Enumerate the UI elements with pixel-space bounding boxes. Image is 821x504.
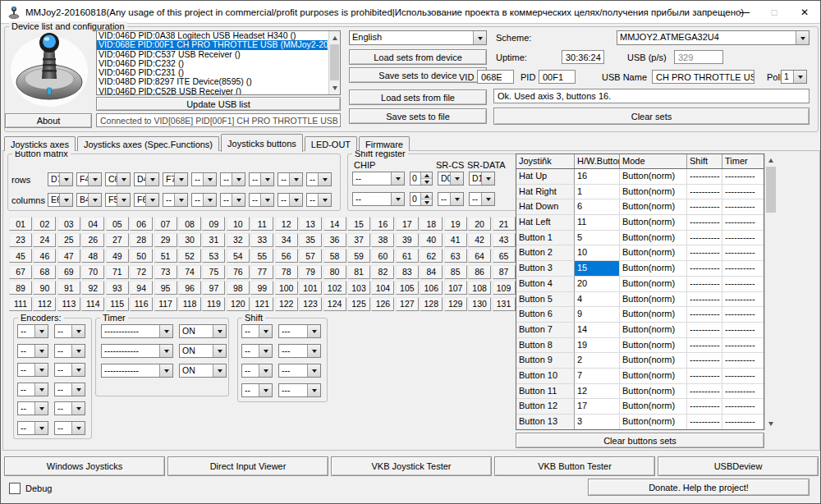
usb-name-field[interactable]: CH PRO THROTTLE USB (652, 70, 754, 84)
language-dropdown[interactable]: English (349, 30, 487, 45)
col-hw-button[interactable]: H/W.Button (575, 154, 620, 168)
cell-hw-button[interactable]: 3 (575, 415, 620, 430)
cell-mode[interactable]: Button(norm) (620, 185, 687, 200)
cell-hw-button[interactable]: 11 (575, 215, 620, 231)
hw-button[interactable]: 104 (371, 281, 394, 295)
cell-joystick[interactable]: Button 2 (516, 245, 575, 261)
cell-shift[interactable]: ---------- (687, 399, 722, 415)
timer-source-dropdown[interactable]: ------------ (101, 344, 173, 358)
hw-button[interactable]: 81 (347, 265, 370, 279)
cell-shift[interactable]: ---------- (687, 307, 722, 323)
cell-timer[interactable]: ---------- (722, 245, 764, 261)
hw-button[interactable]: 23 (9, 233, 32, 247)
hw-button[interactable]: 14 (323, 217, 346, 231)
hw-button[interactable]: 125 (347, 297, 370, 311)
hw-button[interactable]: 131 (493, 297, 516, 311)
hw-button[interactable]: 75 (202, 265, 225, 279)
hw-button[interactable]: 79 (299, 265, 322, 279)
cell-mode[interactable]: Button(norm) (620, 384, 687, 400)
device-list-item[interactable]: VID:046D PID:C232 () (97, 59, 328, 68)
cell-joystick[interactable]: Button 8 (516, 338, 575, 354)
shift-a-dropdown[interactable]: -- (241, 364, 273, 378)
hw-button[interactable]: 96 (178, 281, 201, 295)
tab-item[interactable]: Joysticks buttons (221, 134, 303, 152)
matrix-column-pin-dropdown[interactable]: -- (191, 193, 217, 207)
hw-button[interactable]: 58 (323, 249, 346, 263)
hw-button[interactable]: 17 (396, 217, 419, 231)
cell-hw-button[interactable]: 20 (575, 277, 620, 292)
hw-button[interactable]: 47 (57, 249, 80, 263)
cell-hw-button[interactable]: 19 (575, 338, 620, 354)
col-timer[interactable]: Timer (722, 154, 765, 168)
shift-b-dropdown[interactable]: --- (278, 344, 321, 358)
cell-mode[interactable]: Button(norm) (620, 261, 687, 277)
about-button[interactable]: About (5, 113, 92, 128)
hw-button[interactable]: 101 (299, 281, 322, 295)
hw-button[interactable]: 114 (81, 297, 104, 311)
cell-mode[interactable]: Button(norm) (620, 415, 687, 430)
cell-mode[interactable]: Button(norm) (620, 292, 687, 308)
hw-button[interactable]: 51 (154, 249, 177, 263)
hw-button[interactable]: 76 (227, 265, 250, 279)
matrix-column-pin-dropdown[interactable]: -- (220, 193, 245, 207)
timer-state-dropdown[interactable]: ON (179, 364, 227, 378)
encoder-b-dropdown[interactable]: -- (54, 363, 85, 377)
shift-b-dropdown[interactable]: --- (278, 383, 321, 397)
pid-field[interactable]: 00F1 (539, 70, 576, 84)
cell-timer[interactable]: ---------- (722, 215, 764, 231)
hw-button[interactable]: 41 (444, 233, 467, 247)
cell-mode[interactable]: Button(norm) (620, 399, 687, 415)
cell-shift[interactable]: ---------- (687, 323, 722, 338)
cell-hw-button[interactable]: 16 (575, 169, 620, 185)
hw-button[interactable]: 72 (130, 265, 153, 279)
hw-button[interactable]: 49 (106, 249, 129, 263)
hw-button[interactable]: 118 (178, 297, 201, 311)
hw-button[interactable]: 82 (371, 265, 394, 279)
cell-shift[interactable]: ---------- (687, 384, 722, 400)
shift-b-dropdown[interactable]: --- (278, 324, 321, 338)
cell-joystick[interactable]: Button 9 (516, 353, 575, 369)
hw-button[interactable]: 90 (33, 281, 56, 295)
hw-button[interactable]: 97 (202, 281, 225, 295)
cell-mode[interactable]: Button(norm) (620, 169, 687, 185)
encoder-a-dropdown[interactable]: -- (17, 421, 48, 435)
encoder-a-dropdown[interactable]: -- (17, 363, 48, 377)
sr-data-dropdown[interactable]: D1 (469, 172, 495, 186)
hw-button[interactable]: 55 (250, 249, 273, 263)
hw-button[interactable]: 32 (227, 233, 250, 247)
hw-button[interactable]: 42 (468, 233, 491, 247)
hw-button[interactable]: 07 (154, 217, 177, 231)
hw-button[interactable]: 124 (323, 297, 346, 311)
minimize-button[interactable]: — (730, 1, 759, 23)
close-button[interactable]: ✕ (789, 1, 820, 23)
timer-state-dropdown[interactable]: ON (179, 324, 227, 338)
hw-button[interactable]: 31 (202, 233, 225, 247)
matrix-row-pin-dropdown[interactable]: F7 (163, 172, 188, 186)
hw-button[interactable]: 121 (250, 297, 273, 311)
cell-shift[interactable]: ---------- (687, 277, 722, 292)
cell-joystick[interactable]: Button 13 (516, 415, 575, 430)
scrollbar-thumb[interactable] (766, 167, 776, 213)
hw-button[interactable]: 116 (130, 297, 153, 311)
cell-timer[interactable]: ---------- (722, 277, 764, 292)
device-list-item[interactable]: VID:048D PID:8297 ITE Device(8595) () (97, 77, 328, 86)
cell-mode[interactable]: Button(norm) (620, 231, 687, 246)
cell-timer[interactable]: ---------- (722, 323, 764, 338)
cell-shift[interactable]: ---------- (687, 169, 722, 185)
hw-button[interactable]: 01 (9, 217, 32, 231)
save-sets-to-file-button[interactable]: Save sets to file (349, 108, 487, 124)
debug-checkbox[interactable] (9, 483, 21, 494)
matrix-row-pin-dropdown[interactable]: -- (249, 172, 274, 186)
device-list-item[interactable]: VID:046D PID:C52B USB Receiver () (97, 87, 328, 95)
hw-button[interactable]: 24 (33, 233, 56, 247)
cell-hw-button[interactable]: 7 (575, 369, 620, 384)
hw-button[interactable]: 20 (468, 217, 491, 231)
cell-shift[interactable]: ---------- (687, 215, 722, 231)
cell-mode[interactable]: Button(norm) (620, 277, 687, 292)
hw-button[interactable]: 77 (250, 265, 273, 279)
hw-button[interactable]: 126 (371, 297, 394, 311)
cell-timer[interactable]: ---------- (722, 384, 764, 400)
hw-button[interactable]: 08 (178, 217, 201, 231)
matrix-column-pin-dropdown[interactable]: F5 (105, 193, 131, 207)
sr-data-dropdown[interactable]: -- (469, 192, 495, 206)
